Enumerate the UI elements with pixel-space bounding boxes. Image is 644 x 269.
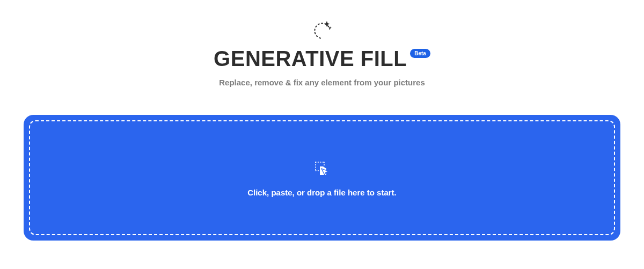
beta-badge: Beta [410,49,430,58]
drag-file-icon [312,159,332,178]
title-row: GENERATIVE FILL Beta [214,47,430,70]
dropzone-instruction: Click, paste, or drop a file here to sta… [247,188,397,197]
page-subtitle: Replace, remove & fix any element from y… [219,78,425,87]
sparkle-select-icon [311,19,333,40]
file-dropzone[interactable]: Click, paste, or drop a file here to sta… [24,115,620,241]
page-title: GENERATIVE FILL [214,47,407,70]
